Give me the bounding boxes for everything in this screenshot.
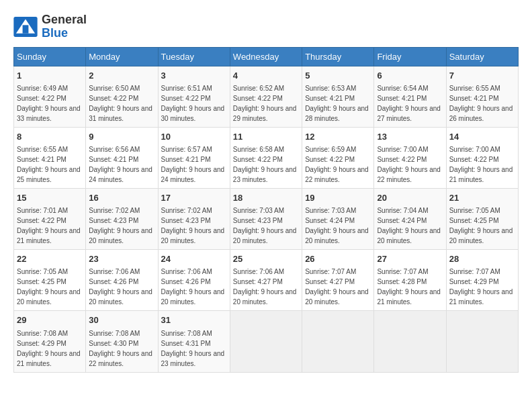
day-number: 2: [89, 70, 154, 82]
day-cell: 22 Sunrise: 7:05 AMSunset: 4:25 PMDaylig…: [14, 250, 86, 311]
day-number: 7: [449, 70, 515, 82]
day-cell: 10 Sunrise: 6:57 AMSunset: 4:21 PMDaylig…: [158, 127, 230, 188]
day-info: Sunrise: 6:55 AMSunset: 4:21 PMDaylight:…: [449, 85, 513, 122]
day-number: 26: [305, 253, 371, 265]
day-cell: 23 Sunrise: 7:06 AMSunset: 4:26 PMDaylig…: [86, 250, 158, 311]
day-cell: 27 Sunrise: 7:07 AMSunset: 4:28 PMDaylig…: [374, 250, 446, 311]
day-cell: 31 Sunrise: 7:08 AMSunset: 4:31 PMDaylig…: [158, 311, 230, 372]
weekday-header-row: SundayMondayTuesdayWednesdayThursdayFrid…: [14, 47, 519, 66]
day-cell: [374, 311, 446, 372]
day-cell: [230, 311, 302, 372]
day-info: Sunrise: 7:00 AMSunset: 4:22 PMDaylight:…: [377, 146, 441, 183]
day-info: Sunrise: 6:51 AMSunset: 4:22 PMDaylight:…: [161, 85, 225, 122]
day-info: Sunrise: 7:00 AMSunset: 4:22 PMDaylight:…: [449, 146, 513, 183]
day-cell: [302, 311, 374, 372]
day-number: 3: [161, 70, 227, 82]
day-cell: 24 Sunrise: 7:06 AMSunset: 4:26 PMDaylig…: [158, 250, 230, 311]
day-cell: 6 Sunrise: 6:54 AMSunset: 4:21 PMDayligh…: [374, 66, 446, 127]
day-info: Sunrise: 7:08 AMSunset: 4:31 PMDaylight:…: [161, 330, 225, 367]
day-number: 24: [161, 253, 227, 265]
day-number: 10: [161, 131, 227, 143]
day-cell: 26 Sunrise: 7:07 AMSunset: 4:27 PMDaylig…: [302, 250, 374, 311]
day-cell: 30 Sunrise: 7:08 AMSunset: 4:30 PMDaylig…: [86, 311, 158, 372]
day-info: Sunrise: 7:07 AMSunset: 4:29 PMDaylight:…: [449, 268, 513, 306]
day-cell: 13 Sunrise: 7:00 AMSunset: 4:22 PMDaylig…: [374, 127, 446, 188]
day-number: 27: [377, 253, 443, 265]
day-cell: 20 Sunrise: 7:04 AMSunset: 4:24 PMDaylig…: [374, 188, 446, 249]
day-info: Sunrise: 6:54 AMSunset: 4:21 PMDaylight:…: [377, 85, 441, 122]
day-info: Sunrise: 7:07 AMSunset: 4:28 PMDaylight:…: [377, 268, 441, 306]
day-number: 20: [377, 192, 443, 204]
day-number: 5: [305, 70, 371, 82]
day-info: Sunrise: 7:02 AMSunset: 4:23 PMDaylight:…: [89, 207, 152, 244]
weekday-header-friday: Friday: [374, 47, 446, 66]
day-info: Sunrise: 6:58 AMSunset: 4:22 PMDaylight:…: [233, 146, 297, 183]
day-cell: 14 Sunrise: 7:00 AMSunset: 4:22 PMDaylig…: [446, 127, 518, 188]
day-info: Sunrise: 7:05 AMSunset: 4:25 PMDaylight:…: [449, 207, 513, 244]
day-cell: 29 Sunrise: 7:08 AMSunset: 4:29 PMDaylig…: [14, 311, 86, 372]
week-row-1: 1 Sunrise: 6:49 AMSunset: 4:22 PMDayligh…: [14, 66, 519, 127]
weekday-header-wednesday: Wednesday: [230, 47, 302, 66]
day-info: Sunrise: 7:08 AMSunset: 4:29 PMDaylight:…: [17, 330, 81, 367]
day-cell: [446, 311, 518, 372]
day-info: Sunrise: 6:56 AMSunset: 4:21 PMDaylight:…: [89, 146, 152, 183]
day-number: 13: [377, 131, 443, 143]
day-cell: 15 Sunrise: 7:01 AMSunset: 4:22 PMDaylig…: [14, 188, 86, 249]
day-number: 14: [449, 131, 515, 143]
day-info: Sunrise: 7:01 AMSunset: 4:22 PMDaylight:…: [17, 207, 81, 244]
day-info: Sunrise: 7:06 AMSunset: 4:26 PMDaylight:…: [89, 268, 152, 306]
day-number: 8: [17, 131, 83, 143]
week-row-2: 8 Sunrise: 6:55 AMSunset: 4:21 PMDayligh…: [14, 127, 519, 188]
day-info: Sunrise: 6:53 AMSunset: 4:21 PMDaylight:…: [305, 85, 369, 122]
week-row-5: 29 Sunrise: 7:08 AMSunset: 4:29 PMDaylig…: [14, 311, 519, 372]
day-number: 1: [17, 70, 83, 82]
day-info: Sunrise: 7:06 AMSunset: 4:26 PMDaylight:…: [161, 268, 225, 306]
day-number: 30: [89, 314, 154, 326]
day-info: Sunrise: 6:57 AMSunset: 4:21 PMDaylight:…: [161, 146, 225, 183]
day-info: Sunrise: 6:59 AMSunset: 4:22 PMDaylight:…: [305, 146, 369, 183]
day-number: 28: [449, 253, 515, 265]
day-number: 16: [89, 192, 154, 204]
day-info: Sunrise: 7:03 AMSunset: 4:23 PMDaylight:…: [233, 207, 297, 244]
week-row-4: 22 Sunrise: 7:05 AMSunset: 4:25 PMDaylig…: [14, 250, 519, 311]
day-number: 29: [17, 314, 83, 326]
weekday-header-saturday: Saturday: [446, 47, 518, 66]
day-info: Sunrise: 7:03 AMSunset: 4:24 PMDaylight:…: [305, 207, 369, 244]
logo-text: General Blue: [42, 13, 87, 40]
day-cell: 4 Sunrise: 6:52 AMSunset: 4:22 PMDayligh…: [230, 66, 302, 127]
day-info: Sunrise: 7:06 AMSunset: 4:27 PMDaylight:…: [233, 268, 297, 306]
day-cell: 2 Sunrise: 6:50 AMSunset: 4:22 PMDayligh…: [86, 66, 158, 127]
day-cell: 17 Sunrise: 7:02 AMSunset: 4:23 PMDaylig…: [158, 188, 230, 249]
day-cell: 19 Sunrise: 7:03 AMSunset: 4:24 PMDaylig…: [302, 188, 374, 249]
day-cell: 16 Sunrise: 7:02 AMSunset: 4:23 PMDaylig…: [86, 188, 158, 249]
day-info: Sunrise: 6:55 AMSunset: 4:21 PMDaylight:…: [17, 146, 81, 183]
day-number: 25: [233, 253, 299, 265]
day-number: 6: [377, 70, 443, 82]
day-cell: 7 Sunrise: 6:55 AMSunset: 4:21 PMDayligh…: [446, 66, 518, 127]
day-number: 4: [233, 70, 299, 82]
logo: General Blue: [13, 13, 87, 40]
weekday-header-tuesday: Tuesday: [158, 47, 230, 66]
day-number: 19: [305, 192, 371, 204]
day-info: Sunrise: 7:08 AMSunset: 4:30 PMDaylight:…: [89, 330, 152, 367]
day-info: Sunrise: 6:52 AMSunset: 4:22 PMDaylight:…: [233, 85, 297, 122]
week-row-3: 15 Sunrise: 7:01 AMSunset: 4:22 PMDaylig…: [14, 188, 519, 249]
calendar-table: SundayMondayTuesdayWednesdayThursdayFrid…: [13, 47, 519, 373]
day-cell: 12 Sunrise: 6:59 AMSunset: 4:22 PMDaylig…: [302, 127, 374, 188]
day-cell: 25 Sunrise: 7:06 AMSunset: 4:27 PMDaylig…: [230, 250, 302, 311]
day-number: 15: [17, 192, 83, 204]
day-cell: 21 Sunrise: 7:05 AMSunset: 4:25 PMDaylig…: [446, 188, 518, 249]
day-cell: 1 Sunrise: 6:49 AMSunset: 4:22 PMDayligh…: [14, 66, 86, 127]
day-cell: 18 Sunrise: 7:03 AMSunset: 4:23 PMDaylig…: [230, 188, 302, 249]
day-number: 31: [161, 314, 227, 326]
day-cell: 3 Sunrise: 6:51 AMSunset: 4:22 PMDayligh…: [158, 66, 230, 127]
day-info: Sunrise: 6:49 AMSunset: 4:22 PMDaylight:…: [17, 85, 81, 122]
logo-blue: Blue: [42, 26, 68, 40]
day-number: 21: [449, 192, 515, 204]
day-number: 9: [89, 131, 154, 143]
day-cell: 9 Sunrise: 6:56 AMSunset: 4:21 PMDayligh…: [86, 127, 158, 188]
weekday-header-thursday: Thursday: [302, 47, 374, 66]
day-info: Sunrise: 7:02 AMSunset: 4:23 PMDaylight:…: [161, 207, 225, 244]
svg-rect-2: [23, 25, 29, 33]
day-info: Sunrise: 7:04 AMSunset: 4:24 PMDaylight:…: [377, 207, 441, 244]
